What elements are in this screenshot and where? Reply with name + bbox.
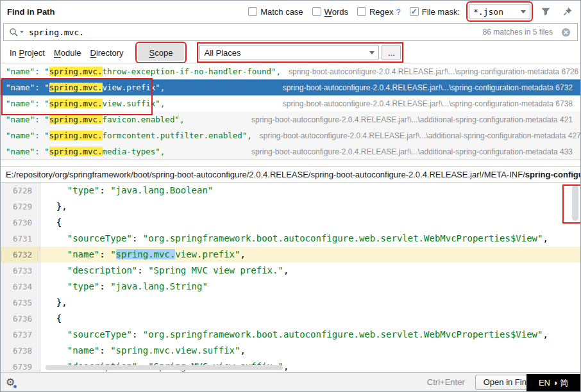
result-file-path: spring-boot-autoconfigure-2.0.4.RELEASE.… <box>244 115 573 124</box>
file-path-name: spring-configuration-metadata.json <box>525 170 580 179</box>
code-line: "sourceType": "org.springframework.boot.… <box>40 231 580 247</box>
words-option[interactable]: Words <box>312 7 348 17</box>
search-match-highlight: spring.mvc. <box>49 131 103 140</box>
scope-combobox[interactable]: All Places <box>199 45 379 60</box>
scope-tab-scope[interactable]: Scope <box>138 44 185 61</box>
result-row[interactable]: "name": "spring.mvc.view.prefix",spring-… <box>1 79 580 95</box>
search-icon[interactable] <box>9 28 24 37</box>
code-line: "type": "java.lang.Boolean" <box>40 183 580 199</box>
ime-indicator: EN ◑ 简 <box>526 374 580 391</box>
file-mask-combobox[interactable]: *.json <box>469 4 530 19</box>
file-mask-option[interactable]: File mask: <box>410 7 460 17</box>
code-line: "name": "spring.mvc.view.prefix", <box>40 247 580 263</box>
line-number[interactable]: 6736 <box>1 311 40 327</box>
search-match-highlight: spring.mvc. <box>49 99 103 108</box>
result-code: throw-exception-if-no-handler-found", <box>103 67 281 76</box>
code-line: "name": "spring.mvc.view.suffix", <box>40 343 580 359</box>
vertical-scrollbar[interactable] <box>572 185 578 221</box>
regex-option[interactable]: Regex ? <box>357 7 401 17</box>
search-match-highlight: spring.mvc. <box>49 115 103 124</box>
editor-lines: 6728 "type": "java.lang.Boolean"6729 },6… <box>1 183 580 372</box>
editor-line: 6736 { <box>1 311 580 327</box>
settings-gear-icon[interactable]: ⚙ <box>6 377 15 388</box>
result-file-path: spring-boot-autoconfigure-2.0.4.RELEASE.… <box>252 131 580 140</box>
scope-tab-module[interactable]: Module <box>54 48 81 58</box>
regex-label: Regex <box>369 7 394 17</box>
match-case-checkbox[interactable] <box>248 7 257 16</box>
editor-line: 6738 "name": "spring.mvc.view.suffix", <box>1 343 580 359</box>
filter-icon[interactable] <box>539 5 552 18</box>
code-line: "sourceType": "org.springframework.boot.… <box>40 327 580 343</box>
result-row[interactable]: "name": "spring.mvc.favicon.enabled",spr… <box>1 111 580 127</box>
result-code: "name": " <box>6 131 49 140</box>
words-checkbox[interactable] <box>312 7 321 16</box>
code-line: { <box>40 311 580 327</box>
search-input[interactable] <box>29 28 475 37</box>
result-code: "name": " <box>6 99 49 108</box>
result-code: favicon.enabled", <box>103 115 185 124</box>
words-label: Words <box>324 7 348 17</box>
find-in-path-dialog: Find in Path Match case Words Regex ? Fi… <box>0 0 581 392</box>
result-code: view.suffix", <box>103 99 165 108</box>
status-bar: ⚙ Ctrl+Enter Open in Find Window <box>1 372 580 391</box>
result-row[interactable]: "name": "spring.mvc.view.suffix",spring-… <box>1 95 580 111</box>
editor-line: 6731 "sourceType": "org.springframework.… <box>1 231 580 247</box>
line-number[interactable]: 6735 <box>1 295 40 311</box>
pin-icon[interactable] <box>561 5 574 18</box>
file-mask-value: *.json <box>473 7 503 17</box>
result-row[interactable]: "name": "spring.mvc.formcontent.putfilte… <box>1 127 580 143</box>
line-number[interactable]: 6737 <box>1 327 40 343</box>
result-file-path: spring-boot-autoconfigure-2.0.4.RELEASE.… <box>281 67 578 76</box>
editor-line: 6728 "type": "java.lang.Boolean" <box>1 183 580 199</box>
file-mask-checkbox[interactable] <box>410 7 419 16</box>
result-file-path: spring-boot-autoconfigure-2.0.4.RELEASE.… <box>275 83 573 92</box>
line-number[interactable]: 6734 <box>1 279 40 295</box>
search-history-chevron-icon[interactable] <box>20 31 24 33</box>
result-code: media-types", <box>103 147 165 156</box>
scope-selector-bar: In Project Module Directory Scope All Pl… <box>1 43 580 62</box>
editor-line: 6733 "description": "Spring MVC view pre… <box>1 263 580 279</box>
regex-checkbox[interactable] <box>357 7 366 16</box>
line-number[interactable]: 6731 <box>1 231 40 247</box>
result-code: "name": " <box>6 83 49 92</box>
match-count: 86 matches in 5 files <box>483 28 553 37</box>
search-options: Match case Words Regex ? File mask: *.js… <box>248 4 574 19</box>
regex-help-link[interactable]: ? <box>396 7 401 17</box>
file-mask-label: File mask: <box>422 7 460 17</box>
search-match-highlight: spring.mvc. <box>49 83 103 92</box>
scope-value-group: All Places ... <box>199 45 401 60</box>
line-number[interactable]: 6729 <box>1 199 40 215</box>
line-number[interactable]: 6738 <box>1 343 40 359</box>
line-number[interactable]: 6730 <box>1 215 40 231</box>
match-case-option[interactable]: Match case <box>248 7 303 17</box>
search-results-list[interactable]: "name": "spring.mvc.throw-exception-if-n… <box>1 63 580 160</box>
result-code: "name": " <box>6 115 49 124</box>
result-code: formcontent.putfilter.enabled", <box>103 131 252 140</box>
code-line: "type": "java.lang.String" <box>40 279 580 295</box>
horizontal-scrollbar[interactable] <box>46 365 283 370</box>
result-code: "name": " <box>6 67 49 76</box>
code-line: }, <box>40 199 580 215</box>
scope-tab-in-project[interactable]: In Project <box>10 48 45 58</box>
scope-value: All Places <box>204 48 240 58</box>
chevron-down-icon <box>369 51 375 54</box>
scope-more-button[interactable]: ... <box>382 45 401 60</box>
line-number[interactable]: 6728 <box>1 183 40 199</box>
editor-line: 6730 { <box>1 215 580 231</box>
line-number[interactable]: 6732 <box>1 247 40 263</box>
code-line: }, <box>40 295 580 311</box>
search-field[interactable]: 86 matches in 5 files <box>3 23 578 41</box>
scope-tab-directory[interactable]: Directory <box>90 48 124 58</box>
file-path-prefix: E:/repository/org/springframework/boot/s… <box>6 170 525 179</box>
clear-search-icon[interactable] <box>559 26 572 38</box>
result-code: view.prefix", <box>103 83 165 92</box>
editor-line: 6735 }, <box>1 295 580 311</box>
code-line: "description": "Spring MVC view prefix."… <box>40 263 580 279</box>
line-number[interactable]: 6733 <box>1 263 40 279</box>
preview-editor[interactable]: 6728 "type": "java.lang.Boolean"6729 },6… <box>1 183 580 372</box>
result-row[interactable]: "name": "spring.mvc.media-types",spring-… <box>1 143 580 159</box>
line-number[interactable]: 6739 <box>1 359 40 372</box>
editor-line: 6734 "type": "java.lang.String" <box>1 279 580 295</box>
result-code: "name": " <box>6 147 49 156</box>
result-row[interactable]: "name": "spring.mvc.throw-exception-if-n… <box>1 63 580 79</box>
